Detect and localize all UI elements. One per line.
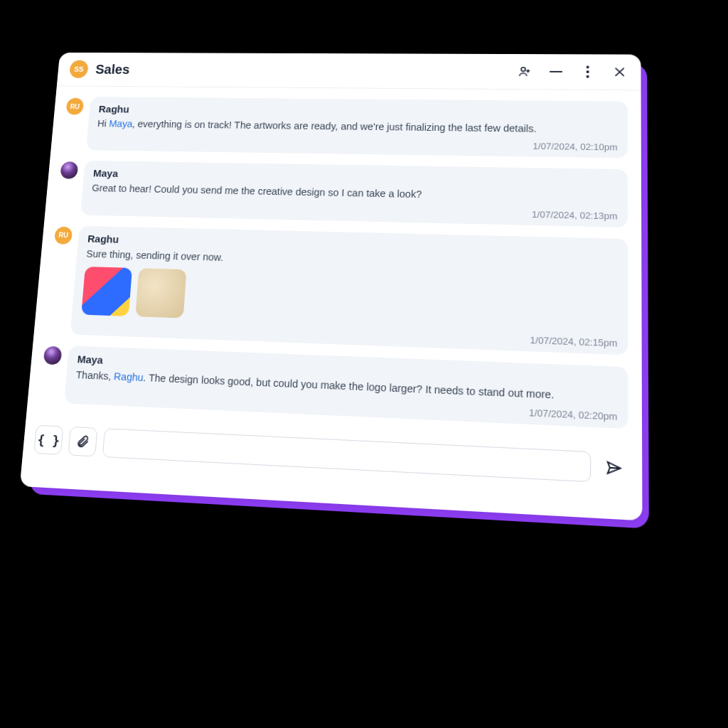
message-avatar[interactable]: RU (54, 226, 73, 244)
message-bubble: MayaThanks, Raghu. The design looks good… (64, 346, 628, 429)
close-icon[interactable] (611, 65, 628, 80)
message-text: Sure thing, sending it over now. (86, 248, 224, 263)
message-row: RURaghuSure thing, sending it over now.1… (46, 225, 628, 355)
messages-list: RURaghuHi Maya, everything is on track! … (26, 86, 642, 444)
send-button[interactable] (599, 452, 630, 484)
message-text: , everything is on track! The artworks a… (132, 119, 537, 134)
attach-button[interactable] (68, 427, 97, 456)
chat-window: SS Sales RURa (20, 53, 643, 521)
mention[interactable]: Raghu (114, 371, 144, 384)
message-text: Great to hear! Could you send me the cre… (92, 183, 422, 200)
svg-point-0 (521, 68, 525, 72)
mention[interactable]: Maya (109, 118, 133, 129)
channel-avatar: SS (69, 60, 89, 78)
message-avatar[interactable]: RU (65, 98, 84, 115)
attachment-thumbnail[interactable] (135, 268, 186, 318)
message-timestamp: 1/07/2024, 02:10pm (96, 135, 618, 152)
send-icon (606, 459, 623, 477)
paperclip-icon (75, 434, 90, 449)
message-avatar[interactable] (60, 161, 78, 179)
attachment-thumbnail[interactable] (81, 267, 132, 316)
message-row: MayaThanks, Raghu. The design looks good… (40, 345, 628, 429)
message-bubble: MayaGreat to hear! Could you send me the… (80, 161, 628, 228)
braces-icon: { } (37, 432, 60, 448)
message-text: Thanks, (75, 369, 114, 382)
chat-header: SS Sales (57, 53, 641, 91)
minimize-icon[interactable] (548, 64, 564, 79)
header-actions (516, 64, 628, 80)
more-icon[interactable] (579, 65, 596, 80)
message-row: RURaghuHi Maya, everything is on track! … (63, 97, 628, 158)
message-bubble: RaghuSure thing, sending it over now.1/0… (70, 225, 628, 355)
message-avatar[interactable] (43, 346, 63, 365)
message-body: Hi Maya, everything is on track! The art… (97, 117, 617, 137)
add-user-icon[interactable] (516, 64, 532, 79)
message-row: MayaGreat to hear! Could you send me the… (57, 160, 628, 227)
chat-title: Sales (95, 62, 517, 79)
message-bubble: RaghuHi Maya, everything is on track! Th… (86, 97, 628, 158)
message-text: Hi (97, 118, 110, 129)
code-braces-button[interactable]: { } (33, 425, 63, 455)
